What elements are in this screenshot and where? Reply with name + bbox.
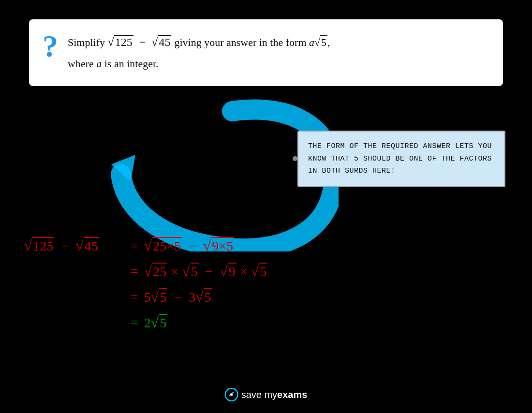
question-icon: ? [43,31,58,62]
math-steps-area: √125 − √45 = √25×5 − √9×5 = √25 × √5 − √… [24,237,267,339]
math-rhs-3: 5√5 − 3√5 [144,288,212,305]
math-rhs-1: √25×5 − √9×5 [144,237,234,254]
logo-icon [225,388,238,401]
question-line2: where a is an integer. [68,55,330,72]
math-rhs-4: 2√5 [144,314,167,331]
svg-point-2 [230,394,233,396]
math-line-4: = 2√5 [24,314,267,331]
math-line-1: √125 − √45 = √25×5 − √9×5 [24,237,267,254]
math-eq-2: = [131,264,138,279]
math-lhs-1: √125 − √45 [24,237,131,254]
math-eq-1: = [131,238,138,253]
question-line1: Simplify √125 − √45 giving your answer i… [68,33,330,51]
question-box: ? Simplify √125 − √45 giving your answer… [29,19,503,86]
callout-dot [293,156,297,161]
math-eq-4: = [131,315,138,330]
math-line-2: = √25 × √5 − √9 × √5 [24,263,267,280]
question-content: Simplify √125 − √45 giving your answer i… [68,33,330,73]
math-eq-3: = [131,289,138,305]
logo-text: save myexams [241,389,308,400]
logo: save myexams [225,388,308,401]
callout-box: THE FORM OF THE REQUIRED ANSWER LETS YOU… [297,131,505,187]
callout-text: THE FORM OF THE REQUIRED ANSWER LETS YOU… [308,142,492,175]
math-line-3: = 5√5 − 3√5 [24,288,267,305]
math-rhs-2: √25 × √5 − √9 × √5 [144,263,267,280]
